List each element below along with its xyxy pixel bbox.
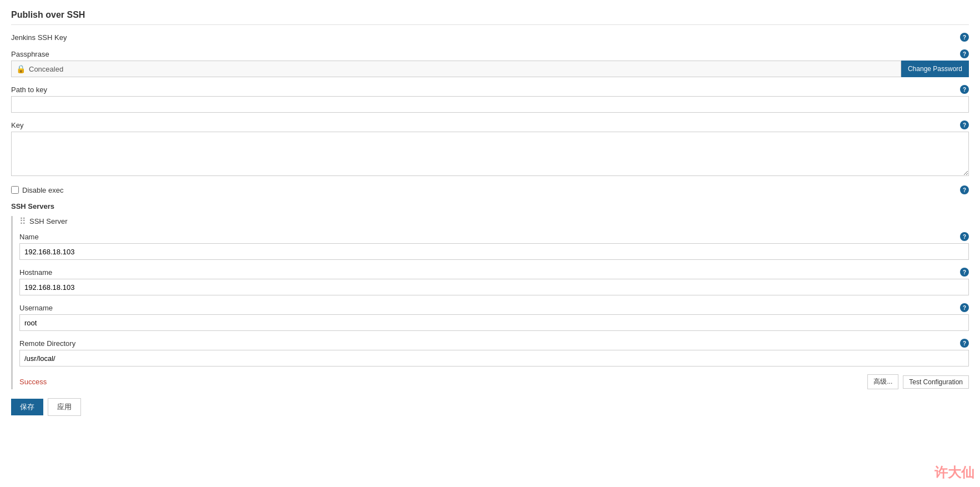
disable-exec-help-icon[interactable]: ? (960, 185, 969, 194)
username-label: Username (19, 304, 53, 312)
remote-directory-label: Remote Directory (19, 339, 75, 348)
right-buttons: 高级... Test Configuration (867, 374, 969, 389)
jenkins-ssh-key-label: Jenkins SSH Key (11, 33, 67, 42)
success-and-btn-row: Success 高级... Test Configuration (19, 374, 969, 389)
drag-handle-icon[interactable]: ⠿ (19, 216, 26, 227)
success-text: Success (19, 378, 47, 386)
hostname-help-icon[interactable]: ? (960, 268, 969, 277)
name-input[interactable] (19, 243, 969, 260)
save-button[interactable]: 保存 (11, 399, 43, 415)
jenkins-ssh-key-help-icon[interactable]: ? (960, 33, 969, 42)
name-label: Name (19, 233, 39, 241)
username-help-icon[interactable]: ? (960, 303, 969, 312)
ssh-servers-title: SSH Servers (11, 202, 969, 210)
apply-button[interactable]: 应用 (48, 398, 81, 416)
lock-icon: 🔒 (16, 64, 26, 73)
section-title: Publish over SSH (11, 6, 969, 25)
passphrase-value: Concealed (29, 65, 63, 73)
path-to-key-help-icon[interactable]: ? (960, 85, 969, 94)
passphrase-field: 🔒 Concealed (11, 61, 901, 77)
ssh-server-header-label: SSH Server (29, 217, 68, 225)
key-textarea[interactable] (11, 132, 969, 176)
change-password-button[interactable]: Change Password (901, 61, 969, 77)
ssh-server-header: ⠿ SSH Server (19, 216, 969, 227)
path-to-key-input[interactable] (11, 96, 969, 113)
key-help-icon[interactable]: ? (960, 121, 969, 129)
passphrase-help-icon[interactable]: ? (960, 49, 969, 58)
username-input[interactable] (19, 314, 969, 331)
hostname-label: Hostname (19, 268, 52, 277)
test-configuration-button[interactable]: Test Configuration (903, 375, 969, 389)
path-to-key-label: Path to key (11, 86, 47, 94)
hostname-input[interactable] (19, 279, 969, 295)
passphrase-label: Passphrase (11, 50, 49, 58)
name-help-icon[interactable]: ? (960, 232, 969, 241)
bottom-actions: 保存 应用 (11, 398, 969, 416)
remote-directory-input[interactable] (19, 350, 969, 366)
key-label: Key (11, 121, 23, 129)
disable-exec-checkbox[interactable] (11, 186, 19, 194)
disable-exec-label[interactable]: Disable exec (22, 186, 63, 194)
remote-directory-help-icon[interactable]: ? (960, 339, 969, 348)
ssh-server-block: ⠿ SSH Server Name ? Hostname ? (11, 216, 969, 389)
disable-exec-row: Disable exec ? (11, 185, 969, 194)
advanced-button[interactable]: 高级... (867, 374, 898, 389)
